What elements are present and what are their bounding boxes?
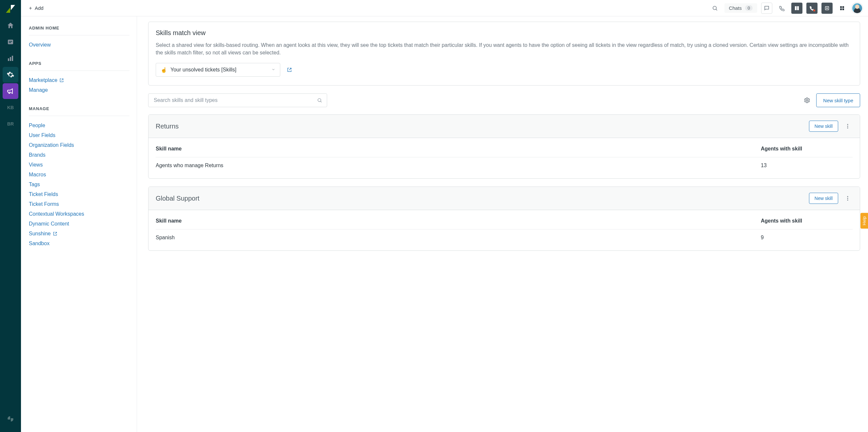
svg-rect-10 <box>840 6 842 8</box>
svg-point-21 <box>847 199 848 200</box>
zendesk-mark-icon[interactable] <box>3 411 18 427</box>
svg-rect-0 <box>8 40 13 44</box>
section-admin-home: ADMIN HOME <box>29 26 129 30</box>
skill-table: Skill nameAgents with skillAgents who ma… <box>149 138 860 178</box>
svg-rect-5 <box>12 56 13 61</box>
nav-overview[interactable]: Overview <box>29 40 129 50</box>
nav-ticket-forms[interactable]: Ticket Forms <box>29 199 129 209</box>
kb-icon[interactable]: KB <box>3 100 18 115</box>
skill-group-title: Global Support <box>156 195 804 202</box>
svg-rect-8 <box>797 6 799 10</box>
svg-rect-4 <box>10 57 11 61</box>
svg-point-15 <box>806 100 808 101</box>
skill-group: ReturnsNew skillSkill nameAgents with sk… <box>148 114 860 179</box>
svg-point-18 <box>847 127 848 128</box>
search-skills-input[interactable] <box>153 97 317 103</box>
new-skill-type-button[interactable]: New skill type <box>816 93 860 107</box>
svg-rect-11 <box>842 6 844 8</box>
chats-label: Chats <box>729 5 742 11</box>
external-link-icon <box>59 78 64 83</box>
skills-toolbar: New skill type <box>148 93 860 107</box>
nav-marketplace[interactable]: Marketplace <box>29 75 129 85</box>
close-box-icon[interactable] <box>822 3 833 14</box>
add-label: Add <box>35 5 43 11</box>
svg-rect-7 <box>795 6 797 10</box>
svg-rect-12 <box>840 8 842 10</box>
new-skill-button[interactable]: New skill <box>809 193 838 204</box>
admin-settings-icon[interactable] <box>3 67 18 83</box>
skill-group-header: ReturnsNew skill <box>149 115 860 138</box>
col-agents: Agents with skill <box>761 146 852 152</box>
comment-icon[interactable] <box>761 3 772 14</box>
col-agents: Agents with skill <box>761 218 852 224</box>
reporting-icon[interactable] <box>3 51 18 66</box>
search-icon <box>317 98 322 103</box>
svg-point-16 <box>847 124 848 125</box>
svg-rect-13 <box>842 8 844 10</box>
nav-contextual-workspaces[interactable]: Contextual Workspaces <box>29 209 129 219</box>
cell-skill-name: Agents who manage Returns <box>156 162 761 168</box>
svg-point-14 <box>318 99 321 102</box>
search-icon[interactable] <box>709 3 720 14</box>
svg-point-20 <box>847 198 848 199</box>
settings-gear-icon[interactable] <box>804 97 810 103</box>
panel-description: Select a shared view for skills-based ro… <box>156 41 852 56</box>
skill-group-title: Returns <box>156 123 804 130</box>
kebab-menu-icon[interactable] <box>843 195 852 201</box>
table-row[interactable]: Spanish9 <box>156 229 852 246</box>
search-skills-input-wrapper <box>148 93 327 107</box>
nav-brands[interactable]: Brands <box>29 150 129 160</box>
nav-sandbox[interactable]: Sandbox <box>29 239 129 248</box>
nav-tags[interactable]: Tags <box>29 180 129 189</box>
table-row[interactable]: Agents who manage Returns13 <box>156 157 852 174</box>
nav-ticket-fields[interactable]: Ticket Fields <box>29 189 129 199</box>
nav-org-fields[interactable]: Organization Fields <box>29 140 129 150</box>
skill-table: Skill nameAgents with skillSpanish9 <box>149 210 860 250</box>
nav-sunshine[interactable]: Sunshine <box>29 229 129 239</box>
tickets-icon[interactable] <box>3 34 18 50</box>
nav-people[interactable]: People <box>29 121 129 130</box>
skill-group-header: Global SupportNew skill <box>149 187 860 210</box>
col-skill-name: Skill name <box>156 146 761 152</box>
phone-icon[interactable] <box>776 3 787 14</box>
svg-rect-1 <box>9 41 12 42</box>
top-bar: Add Chats 0 <box>21 0 868 17</box>
zendesk-logo-icon[interactable] <box>3 2 18 16</box>
user-avatar[interactable] <box>851 3 863 14</box>
svg-point-17 <box>847 126 848 127</box>
nav-dynamic-content[interactable]: Dynamic Content <box>29 219 129 229</box>
external-link-icon <box>53 232 57 236</box>
talk-status-icon[interactable] <box>806 3 817 14</box>
skill-group: Global SupportNew skillSkill nameAgents … <box>148 186 860 251</box>
section-manage: MANAGE <box>29 106 129 111</box>
svg-rect-2 <box>9 42 11 43</box>
table-header-row: Skill nameAgents with skill <box>156 213 852 229</box>
nav-manage-apps[interactable]: Manage <box>29 85 129 95</box>
skills-view-select[interactable]: ☝️ Your unsolved tickets [Skills] <box>156 63 280 77</box>
table-header-row: Skill nameAgents with skill <box>156 141 852 157</box>
home-icon[interactable] <box>3 18 18 33</box>
pointing-up-icon: ☝️ <box>161 67 167 73</box>
kebab-menu-icon[interactable] <box>843 123 852 129</box>
help-tab[interactable]: Help <box>861 213 868 228</box>
chats-button[interactable]: Chats 0 <box>724 3 757 13</box>
nav-user-fields[interactable]: User Fields <box>29 130 129 140</box>
open-view-icon[interactable] <box>287 67 292 72</box>
apps-grid-icon[interactable] <box>837 3 848 14</box>
chats-count: 0 <box>745 5 753 11</box>
cell-agent-count: 9 <box>761 235 852 241</box>
cell-agent-count: 13 <box>761 162 852 168</box>
br-icon[interactable]: BR <box>3 116 18 132</box>
nav-macros[interactable]: Macros <box>29 170 129 180</box>
add-button[interactable]: Add <box>26 4 45 12</box>
svg-rect-3 <box>8 58 9 61</box>
content-area: Skills match view Select a shared view f… <box>137 17 868 432</box>
cell-skill-name: Spanish <box>156 235 761 241</box>
nav-views[interactable]: Views <box>29 160 129 170</box>
admin-sidebar: ADMIN HOME Overview APPS Marketplace Man… <box>21 17 137 432</box>
new-skill-button[interactable]: New skill <box>809 121 838 132</box>
layout-icon[interactable] <box>791 3 802 14</box>
col-skill-name: Skill name <box>156 218 761 224</box>
section-apps: APPS <box>29 61 129 66</box>
announce-icon[interactable] <box>3 83 18 99</box>
